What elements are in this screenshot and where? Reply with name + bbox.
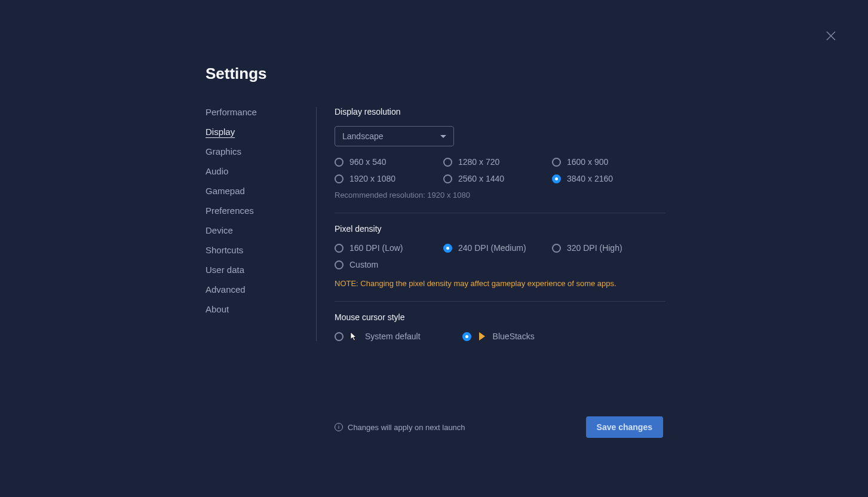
resolution-option-label: 1280 x 720	[458, 157, 499, 167]
settings-sidebar: PerformanceDisplayGraphicsAudioGamepadPr…	[206, 107, 317, 341]
chevron-down-icon	[440, 135, 446, 138]
display-resolution-heading: Display resolution	[335, 107, 665, 116]
radio-icon	[552, 244, 561, 253]
resolution-option[interactable]: 1920 x 1080	[335, 174, 443, 183]
radio-icon	[335, 244, 343, 253]
radio-icon	[335, 174, 343, 183]
sidebar-item-graphics[interactable]: Graphics	[206, 146, 241, 157]
resolution-option[interactable]: 1600 x 900	[552, 157, 661, 167]
resolution-option-label: 2560 x 1440	[458, 174, 504, 183]
resolution-option[interactable]: 960 x 540	[335, 157, 443, 167]
cursor-style-label: BlueStacks	[493, 332, 535, 341]
radio-icon	[335, 260, 343, 269]
density-option[interactable]: 160 DPI (Low)	[335, 243, 443, 253]
density-option-label: 240 DPI (Medium)	[458, 243, 526, 253]
info-icon: i	[335, 423, 343, 431]
footer-info-text: Changes will apply on next launch	[348, 423, 465, 432]
cursor-style-option[interactable]: System default	[335, 332, 421, 341]
radio-icon	[443, 158, 452, 167]
radio-icon	[335, 332, 343, 341]
cursor-arrow-icon	[349, 332, 359, 341]
page-title: Settings	[206, 65, 665, 83]
radio-icon	[552, 158, 561, 167]
sidebar-item-about[interactable]: About	[206, 304, 229, 314]
sidebar-item-user-data[interactable]: User data	[206, 265, 244, 275]
sidebar-item-device[interactable]: Device	[206, 225, 233, 235]
save-changes-button[interactable]: Save changes	[586, 416, 663, 438]
sidebar-item-advanced[interactable]: Advanced	[206, 284, 246, 294]
density-option-label: Custom	[349, 260, 378, 269]
sidebar-item-shortcuts[interactable]: Shortcuts	[206, 245, 243, 255]
resolution-option-label: 1920 x 1080	[349, 174, 395, 183]
radio-icon	[552, 174, 561, 183]
radio-icon	[443, 244, 452, 253]
recommended-resolution-text: Recommended resolution: 1920 x 1080	[335, 191, 665, 200]
settings-content: Display resolution Landscape 960 x 54012…	[317, 107, 665, 341]
resolution-option-label: 960 x 540	[349, 157, 387, 167]
density-option-label: 160 DPI (Low)	[349, 243, 403, 253]
resolution-option[interactable]: 2560 x 1440	[443, 174, 552, 183]
orientation-select[interactable]: Landscape	[335, 126, 454, 146]
radio-icon	[462, 332, 471, 341]
resolution-option-label: 3840 x 2160	[567, 174, 613, 183]
close-button[interactable]	[825, 30, 837, 42]
resolution-option[interactable]: 3840 x 2160	[552, 174, 661, 183]
orientation-select-value: Landscape	[342, 131, 384, 141]
sidebar-item-display[interactable]: Display	[206, 127, 235, 137]
divider	[335, 213, 665, 213]
cursor-bluestacks-icon	[477, 332, 487, 341]
close-icon	[825, 30, 837, 42]
cursor-style-option[interactable]: BlueStacks	[462, 332, 535, 341]
cursor-style-heading: Mouse cursor style	[335, 312, 665, 322]
cursor-style-label: System default	[365, 332, 421, 341]
pixel-density-heading: Pixel density	[335, 224, 665, 234]
density-option[interactable]: 240 DPI (Medium)	[443, 243, 552, 253]
density-option-label: 320 DPI (High)	[567, 243, 622, 253]
radio-icon	[335, 158, 343, 167]
pixel-density-note: NOTE: Changing the pixel density may aff…	[335, 279, 665, 288]
sidebar-item-audio[interactable]: Audio	[206, 166, 228, 176]
sidebar-item-performance[interactable]: Performance	[206, 107, 257, 117]
density-option[interactable]: 320 DPI (High)	[552, 243, 661, 253]
radio-icon	[443, 174, 452, 183]
apply-next-launch-note: i Changes will apply on next launch	[335, 423, 465, 432]
resolution-option-label: 1600 x 900	[567, 157, 608, 167]
sidebar-item-gamepad[interactable]: Gamepad	[206, 186, 245, 196]
density-option[interactable]: Custom	[335, 260, 443, 269]
resolution-option[interactable]: 1280 x 720	[443, 157, 552, 167]
divider	[335, 301, 665, 302]
sidebar-item-preferences[interactable]: Preferences	[206, 205, 254, 216]
